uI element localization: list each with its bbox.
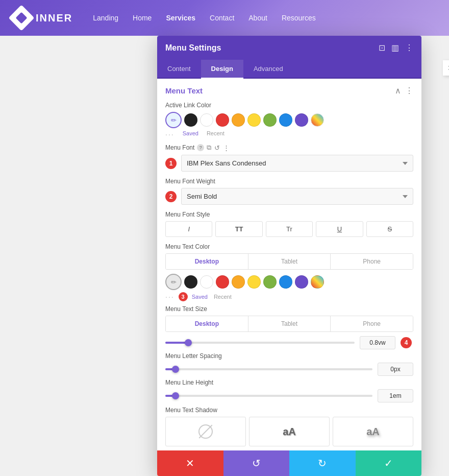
- menu-font-weight-label: Menu Font Weight: [165, 178, 413, 185]
- font-copy-icon[interactable]: ⧉: [207, 144, 211, 152]
- side-close-button[interactable]: ✕: [443, 60, 449, 76]
- menu-text-shadow-label: Menu Text Shadow: [165, 407, 413, 414]
- brand-name: INNER: [36, 12, 72, 24]
- text-swatch-yellow[interactable]: [247, 275, 261, 289]
- panel-header: Menu Settings ⊡ ▥ ⋮: [157, 36, 421, 60]
- text-color-eyedropper-icon: ✏: [171, 278, 177, 286]
- swatch-blue[interactable]: [279, 113, 292, 127]
- tab-design[interactable]: Design: [201, 60, 243, 79]
- letter-spacing-input[interactable]: 0px: [378, 363, 413, 376]
- line-height-thumb[interactable]: [172, 392, 179, 399]
- bottom-bar: ✕ ↺ ↻ ✓: [157, 450, 421, 476]
- text-size-slider-track[interactable]: [165, 342, 355, 344]
- no-shadow-button[interactable]: [165, 417, 246, 446]
- nav-resources[interactable]: Resources: [282, 14, 316, 22]
- nav-contact[interactable]: Contact: [210, 14, 234, 22]
- text-color-picker-button[interactable]: ✏: [165, 274, 182, 290]
- italic-button[interactable]: I: [165, 221, 212, 237]
- text-color-meta: ··· 3 Saved Recent: [165, 292, 413, 301]
- shadow-preset-1-button[interactable]: aA: [249, 417, 330, 446]
- recent-colors[interactable]: Recent: [207, 130, 224, 138]
- line-height-input[interactable]: 1em: [378, 389, 413, 402]
- text-swatch-blue[interactable]: [279, 275, 292, 289]
- text-size-device-tabs: Desktop Tablet Phone: [165, 316, 413, 332]
- text-swatch-amber[interactable]: [232, 275, 245, 289]
- underline-button[interactable]: U: [316, 221, 363, 237]
- size-device-tab-desktop[interactable]: Desktop: [166, 316, 248, 331]
- uppercase-button[interactable]: TT: [215, 221, 262, 237]
- menu-font-help-icon[interactable]: ?: [197, 144, 204, 151]
- text-swatch-purple[interactable]: [295, 275, 308, 289]
- settings-panel: Menu Settings ⊡ ▥ ⋮ Content Design Advan…: [157, 36, 421, 476]
- line-height-slider-row: 1em: [165, 389, 413, 402]
- nav-landing[interactable]: Landing: [93, 14, 118, 22]
- text-size-input[interactable]: 0.8vw: [360, 336, 395, 349]
- panel-title: Menu Settings: [165, 43, 221, 53]
- nav-about[interactable]: About: [248, 14, 267, 22]
- fullscreen-icon[interactable]: ⊡: [379, 43, 385, 53]
- swatch-custom[interactable]: [311, 113, 324, 127]
- strikethrough-button[interactable]: S: [366, 221, 413, 237]
- size-device-tab-tablet[interactable]: Tablet: [248, 316, 331, 331]
- section-header: Menu Text ∧ ⋮: [165, 86, 413, 96]
- save-button[interactable]: ✓: [356, 450, 422, 476]
- text-swatch-green[interactable]: [263, 275, 277, 289]
- redo-icon: ↻: [318, 457, 327, 469]
- save-icon: ✓: [384, 457, 393, 469]
- text-swatch-red[interactable]: [216, 275, 229, 289]
- menu-line-height-label: Menu Line Height: [165, 379, 413, 386]
- section-more-icon[interactable]: ⋮: [405, 86, 413, 96]
- shadow-preview-text-1: aA: [283, 426, 296, 438]
- font-select-row: 1 IBM Plex Sans Condensed: [165, 155, 413, 172]
- capitalize-button[interactable]: Tr: [266, 221, 313, 237]
- menu-letter-spacing-label: Menu Letter Spacing: [165, 352, 413, 360]
- more-icon[interactable]: ⋮: [405, 43, 413, 53]
- tab-advanced[interactable]: Advanced: [243, 60, 293, 78]
- redo-button[interactable]: ↻: [289, 450, 356, 476]
- line-height-slider-track[interactable]: [165, 395, 372, 397]
- nav-home[interactable]: Home: [133, 14, 152, 22]
- text-swatch-black[interactable]: [184, 275, 197, 289]
- menu-font-label: Menu Font ? ⧉ ↺ ⋮: [165, 144, 413, 152]
- color-meta: ··· Saved Recent: [165, 130, 413, 138]
- font-reset-icon[interactable]: ↺: [214, 144, 220, 152]
- device-tab-tablet[interactable]: Tablet: [248, 254, 331, 269]
- text-color-swatches: ✏: [165, 274, 413, 290]
- menu-font-select[interactable]: IBM Plex Sans Condensed: [181, 155, 413, 172]
- swatch-black[interactable]: [184, 113, 197, 127]
- swatch-purple[interactable]: [295, 113, 308, 127]
- swatch-yellow[interactable]: [247, 113, 261, 127]
- swatch-red[interactable]: [216, 113, 229, 127]
- menu-text-size-label: Menu Text Size: [165, 305, 413, 313]
- swatch-amber[interactable]: [232, 113, 245, 127]
- device-tab-phone[interactable]: Phone: [331, 254, 413, 269]
- nav-services[interactable]: Services: [166, 14, 195, 22]
- text-size-slider-thumb[interactable]: [185, 339, 192, 346]
- undo-button[interactable]: ↺: [223, 450, 290, 476]
- swatch-green[interactable]: [263, 113, 277, 127]
- step-badge-4: 4: [401, 337, 412, 348]
- letter-spacing-thumb[interactable]: [172, 366, 179, 373]
- tab-bar: Content Design Advanced: [157, 60, 421, 79]
- color-picker-button[interactable]: ✏: [165, 112, 182, 128]
- shadow-preset-2-button[interactable]: aA: [333, 417, 413, 446]
- text-recent-colors[interactable]: Recent: [214, 294, 232, 300]
- logo-diamond: [9, 5, 35, 31]
- font-row-icons: ⧉ ↺ ⋮: [207, 144, 230, 152]
- device-tab-desktop[interactable]: Desktop: [166, 254, 248, 269]
- text-saved-colors[interactable]: Saved: [192, 294, 208, 300]
- active-link-color-label: Active Link Color: [165, 102, 413, 109]
- menu-font-weight-select[interactable]: Semi Bold: [181, 188, 413, 205]
- letter-spacing-slider-track[interactable]: [165, 368, 372, 370]
- collapse-icon[interactable]: ∧: [395, 86, 401, 96]
- size-device-tab-phone[interactable]: Phone: [331, 316, 413, 331]
- split-icon[interactable]: ▥: [391, 43, 399, 53]
- text-swatch-custom[interactable]: [311, 275, 324, 289]
- cancel-button[interactable]: ✕: [157, 450, 223, 476]
- text-swatch-white[interactable]: [200, 275, 213, 289]
- swatch-white[interactable]: [200, 113, 213, 127]
- saved-colors[interactable]: Saved: [183, 130, 198, 138]
- font-more-icon[interactable]: ⋮: [223, 144, 230, 152]
- step-badge-2: 2: [165, 191, 177, 202]
- tab-content[interactable]: Content: [157, 60, 201, 78]
